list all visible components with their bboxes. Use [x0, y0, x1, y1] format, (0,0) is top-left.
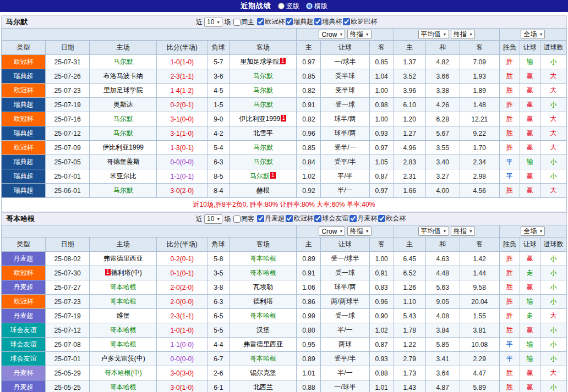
score-link[interactable]: 1-4(1-2) — [157, 84, 207, 98]
euro-stage-select[interactable]: 终指 ▼ — [451, 227, 475, 236]
team-link[interactable]: 汉堡 — [256, 326, 270, 334]
score-link[interactable]: 1-1(0-0) — [157, 338, 207, 352]
score-link[interactable]: 2-3(1-1) — [157, 309, 207, 323]
team-link[interactable]: 弗雷德里西亚 — [243, 340, 283, 348]
same-venue-checkbox[interactable] — [233, 19, 241, 26]
league-filter-checkbox[interactable] — [378, 215, 385, 222]
team-link[interactable]: 伊比利亚1999 — [239, 115, 281, 123]
score-link[interactable]: 1-3(0-1) — [157, 141, 207, 155]
score-link[interactable]: 0-2(0-1) — [157, 98, 207, 112]
same-venue-filter[interactable]: 同主 — [233, 18, 254, 27]
league-type-cell[interactable]: 丹麦杯 — [2, 366, 46, 380]
score-link[interactable]: 3-1(0-0) — [157, 112, 207, 126]
league-type-cell[interactable]: 丹麦超 — [2, 380, 46, 392]
league-type-cell[interactable]: 欧冠杯 — [2, 266, 46, 280]
score-link[interactable]: 0-1(0-1) — [157, 266, 207, 280]
team-link[interactable]: 卢多戈雷茨(中) — [101, 355, 145, 362]
team-link[interactable]: 瓦埃勒 — [253, 283, 273, 291]
team-link[interactable]: 锡尔克堡 — [250, 369, 276, 377]
team-link[interactable]: 哥本哈根 — [250, 255, 276, 262]
league-type-cell[interactable]: 瑞典超 — [2, 155, 46, 169]
team-link[interactable]: 哥本哈根 — [110, 383, 136, 391]
league-type-cell[interactable]: 瑞典超 — [2, 169, 46, 184]
league-type-cell[interactable]: 瑞典超 — [2, 69, 46, 84]
team-link[interactable]: 哥本哈根 — [110, 340, 136, 348]
team-link[interactable]: 伊比利亚1999 — [102, 143, 144, 151]
league-filter-欧会杯[interactable]: 欧会杯 — [378, 214, 406, 223]
league-type-cell[interactable]: 球会友谊 — [2, 323, 46, 338]
league-type-cell[interactable]: 欧冠杯 — [2, 112, 46, 126]
team-link[interactable]: 马尔默 — [253, 72, 273, 80]
scope-select[interactable]: 全场 ▼ — [521, 30, 545, 39]
team-link[interactable]: 马尔默 — [253, 86, 273, 94]
team-link[interactable]: 哥本哈根(中) — [105, 369, 142, 377]
scope-select[interactable]: 全场 ▼ — [521, 227, 545, 236]
team-link[interactable]: 弗雷德里西亚 — [103, 255, 143, 262]
bookmaker-select[interactable]: Crow ▼ — [319, 30, 345, 39]
match-count-select[interactable]: 10 ▼ — [204, 18, 222, 27]
asia-stage-select[interactable]: 终指 ▼ — [347, 227, 372, 236]
league-filter-checkbox[interactable] — [343, 18, 350, 25]
team-link[interactable]: 哥本哈根 — [250, 355, 276, 362]
layout-radio[interactable] — [278, 3, 285, 9]
league-filter-欧冠杯[interactable]: 欧冠杯 — [286, 214, 313, 223]
team-link[interactable]: 哥本哈根 — [110, 283, 136, 291]
league-filter-欧罗巴杯[interactable]: 欧罗巴杯 — [343, 17, 377, 26]
league-filter-瑞典杯[interactable]: 瑞典杯 — [314, 17, 342, 26]
team-link[interactable]: 维堡 — [117, 312, 130, 319]
score-link[interactable]: 3-0(3-0) — [157, 366, 207, 380]
league-filter-checkbox[interactable] — [257, 18, 264, 25]
league-type-cell[interactable]: 丹麦超 — [2, 280, 46, 295]
euro-company-select[interactable]: 平均值 ▼ — [418, 227, 449, 236]
team-link[interactable]: 奥斯达 — [113, 101, 133, 108]
bookmaker-select[interactable]: Crow ▼ — [319, 227, 345, 236]
score-link[interactable]: 2-0(2-0) — [157, 280, 207, 295]
team-link[interactable]: 哥德堡盖斯 — [107, 158, 140, 165]
score-link[interactable]: 0-0(0-0) — [157, 352, 207, 366]
league-filter-欧冠杯[interactable]: 欧冠杯 — [257, 17, 285, 26]
team-link[interactable]: 德利塔(中) — [111, 269, 142, 277]
team-link[interactable]: 哥本哈根 — [110, 297, 136, 305]
layout-option-vertical[interactable]: 竖版 — [278, 2, 299, 11]
score-link[interactable]: 1-0(1-0) — [157, 323, 207, 338]
league-filter-checkbox[interactable] — [314, 215, 321, 222]
team-link[interactable]: 哥本哈根 — [250, 312, 276, 319]
team-link[interactable]: 马尔默 — [253, 158, 273, 165]
league-type-cell[interactable]: 瑞典超 — [2, 184, 46, 198]
league-filter-丹麦超[interactable]: 丹麦超 — [257, 214, 285, 223]
team-link[interactable]: 马尔默 — [113, 129, 133, 137]
same-venue-checkbox[interactable] — [233, 216, 241, 223]
same-venue-filter[interactable]: 同客 — [233, 214, 254, 224]
score-link[interactable]: 3-1(1-0) — [157, 126, 207, 141]
league-type-cell[interactable]: 欧冠杯 — [2, 295, 46, 309]
score-link[interactable]: 1-0(1-0) — [157, 55, 207, 69]
league-type-cell[interactable]: 丹麦超 — [2, 252, 46, 266]
team-link[interactable]: 马尔默 — [113, 115, 133, 123]
team-link[interactable]: 马尔默 — [253, 101, 273, 108]
team-link[interactable]: 里加足球学院 — [103, 86, 143, 94]
team-link[interactable]: 里加足球学院 — [240, 58, 280, 65]
league-type-cell[interactable]: 球会友谊 — [2, 338, 46, 352]
score-link[interactable]: 3-0(1-0) — [157, 380, 207, 392]
asia-stage-select[interactable]: 终指 ▼ — [347, 30, 372, 39]
team-link[interactable]: 哥本哈根 — [110, 326, 136, 334]
team-link[interactable]: 布洛马波卡纳 — [103, 72, 143, 80]
league-type-cell[interactable]: 球会友谊 — [2, 352, 46, 366]
team-link[interactable]: 马尔默 — [113, 186, 133, 194]
league-type-cell[interactable]: 丹麦超 — [2, 309, 46, 323]
team-link[interactable]: 马尔默 — [250, 172, 270, 180]
league-filter-瑞典超[interactable]: 瑞典超 — [286, 17, 313, 26]
league-filter-checkbox[interactable] — [257, 215, 264, 222]
team-link[interactable]: 赫根 — [256, 186, 270, 194]
league-filter-checkbox[interactable] — [286, 215, 293, 222]
league-type-cell[interactable]: 欧冠杯 — [2, 55, 46, 69]
score-link[interactable]: 1-1(0-1) — [157, 169, 207, 184]
team-link[interactable]: 哥本哈根 — [250, 269, 276, 277]
league-filter-checkbox[interactable] — [286, 18, 293, 25]
team-link[interactable]: 马尔默 — [253, 143, 273, 151]
score-link[interactable]: 3-0(2-0) — [157, 184, 207, 198]
team-link[interactable]: 马尔默 — [113, 58, 133, 65]
layout-radio[interactable] — [306, 3, 313, 9]
league-type-cell[interactable]: 欧冠杯 — [2, 84, 46, 98]
score-link[interactable]: 0-0(0-0) — [157, 155, 207, 169]
